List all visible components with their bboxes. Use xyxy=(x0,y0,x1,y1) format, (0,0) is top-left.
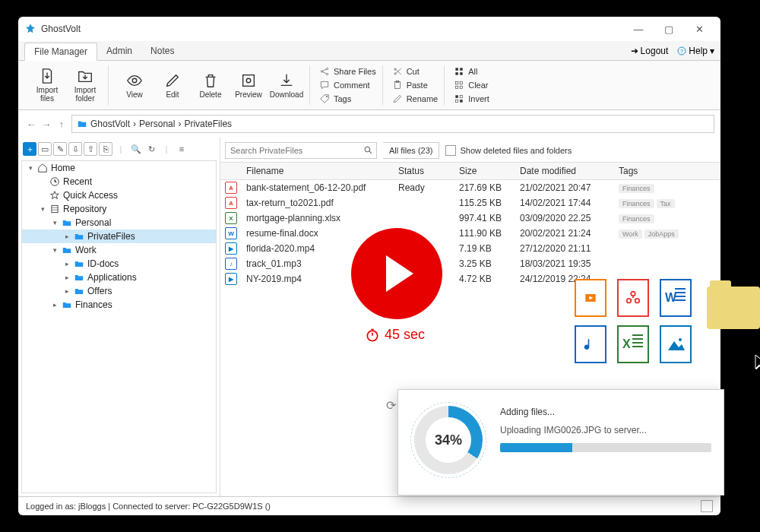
tree-item-id-docs[interactable]: ▸ID-docs xyxy=(22,257,216,271)
app-title: GhostVolt xyxy=(41,24,81,34)
sb-tool-3[interactable]: ✎ xyxy=(53,142,67,156)
filter-dropdown[interactable]: All files (23) xyxy=(383,142,439,159)
svg-rect-17 xyxy=(456,81,459,84)
sb-tool-6[interactable]: ⎘ xyxy=(99,142,112,156)
maximize-button[interactable]: ▢ xyxy=(654,18,684,40)
sidebar: ＋ ▭ ✎ ⇩ ⇧ ⎘ | 🔍 ↻ | ≡ ▾HomeRecentQuick A… xyxy=(18,138,220,496)
view-button[interactable]: View xyxy=(118,65,151,105)
close-button[interactable]: ✕ xyxy=(684,18,714,40)
help-button[interactable]: ? Help ▾ xyxy=(677,46,714,56)
select-all-button[interactable]: All xyxy=(454,65,489,78)
tree-item-work[interactable]: ▾Work xyxy=(22,243,216,257)
import-folder-button[interactable]: Import folder xyxy=(68,65,102,105)
file-row[interactable]: Xmortgage-planning.xlsx997.41 KB03/09/20… xyxy=(220,211,720,226)
svg-point-27 xyxy=(365,147,370,152)
upload-heading: Adding files... xyxy=(500,407,711,417)
breadcrumb[interactable]: GhostVolt › Personal › PrivateFiles xyxy=(71,115,714,133)
svg-rect-16 xyxy=(460,72,463,75)
search-box xyxy=(225,142,377,159)
file-row[interactable]: Atax-return_to2021.pdf115.25 KB14/02/202… xyxy=(220,195,720,211)
svg-text:?: ? xyxy=(680,48,683,53)
sb-tool-2[interactable]: ▭ xyxy=(38,142,52,156)
file-row[interactable]: Wresume-final.docx111.90 KB20/02/2021 21… xyxy=(220,226,720,241)
tree-item-recent[interactable]: Recent xyxy=(22,175,216,188)
sb-menu-button[interactable]: ≡ xyxy=(175,142,188,156)
sb-tool-4[interactable]: ⇩ xyxy=(68,142,82,156)
thumb-audio-icon xyxy=(575,325,606,363)
cut-button[interactable]: Cut xyxy=(392,65,439,78)
edit-button[interactable]: Edit xyxy=(156,65,189,105)
tree-item-quick-access[interactable]: Quick Access xyxy=(22,188,216,202)
thumb-video-icon xyxy=(575,279,606,317)
sb-refresh-button[interactable]: ↻ xyxy=(144,142,158,156)
svg-rect-21 xyxy=(456,95,459,97)
timer-badge: 45 sec xyxy=(365,327,425,343)
file-row[interactable]: Abank-statement_06-12-20.pdfReady217.69 … xyxy=(220,180,720,195)
nav-back-button[interactable]: ← xyxy=(24,117,38,131)
delete-button[interactable]: Delete xyxy=(194,65,227,105)
navbar: ← → ↑ GhostVolt › Personal › PrivateFile… xyxy=(18,110,720,138)
show-deleted-checkbox[interactable]: Show deleted files and folders xyxy=(445,145,572,156)
comment-button[interactable]: Comment xyxy=(319,79,376,91)
svg-rect-18 xyxy=(460,81,463,84)
svg-rect-14 xyxy=(460,68,463,71)
tab-file-manager[interactable]: File Manager xyxy=(24,43,97,61)
col-date[interactable]: Date modified xyxy=(515,163,614,179)
tree-item-finances[interactable]: ▸Finances xyxy=(22,298,216,312)
svg-point-8 xyxy=(326,96,328,97)
download-button[interactable]: Download xyxy=(270,65,303,105)
col-filename[interactable]: Filename xyxy=(242,163,394,179)
search-input[interactable] xyxy=(225,142,377,159)
preview-button[interactable]: Preview xyxy=(232,65,265,105)
nav-up-button[interactable]: ↑ xyxy=(55,117,68,131)
tab-admin[interactable]: Admin xyxy=(97,43,141,59)
select-clear-button[interactable]: Clear xyxy=(454,79,489,91)
svg-rect-24 xyxy=(460,100,463,103)
tags-button[interactable]: Tags xyxy=(319,93,376,105)
svg-rect-15 xyxy=(456,72,459,75)
nav-forward-button[interactable]: → xyxy=(40,117,53,131)
col-tags[interactable]: Tags xyxy=(614,163,720,179)
svg-point-9 xyxy=(394,73,396,74)
upload-status: Uploading IMG0026.JPG to server... xyxy=(500,425,711,435)
import-files-button[interactable]: Import files xyxy=(30,65,64,105)
select-invert-button[interactable]: Invert xyxy=(454,93,489,105)
new-folder-button[interactable]: ＋ xyxy=(23,142,36,156)
tree-item-home[interactable]: ▾Home xyxy=(22,161,216,175)
tree-item-personal[interactable]: ▾Personal xyxy=(22,216,216,230)
tree-item-repository[interactable]: ▾Repository xyxy=(22,202,216,216)
paste-button[interactable]: Paste xyxy=(392,79,439,91)
sb-search-button[interactable]: 🔍 xyxy=(129,142,143,156)
tab-notes[interactable]: Notes xyxy=(141,43,183,59)
file-row[interactable]: ▶florida-2020.mp47.19 KB27/12/2020 21:11 xyxy=(220,241,720,256)
minimize-button[interactable]: — xyxy=(623,18,654,40)
file-row[interactable]: ♪track_01.mp33.25 KB18/03/2021 19:35 xyxy=(220,256,720,271)
cursor-icon xyxy=(752,353,760,375)
svg-point-7 xyxy=(326,73,328,74)
svg-point-10 xyxy=(394,68,396,70)
svg-point-4 xyxy=(246,78,251,83)
rename-button[interactable]: Rename xyxy=(392,93,439,105)
upload-donut: 34% xyxy=(414,406,483,474)
status-icon[interactable] xyxy=(701,500,713,512)
search-icon xyxy=(363,145,373,155)
play-button-overlay[interactable] xyxy=(351,228,442,319)
share-files-button[interactable]: Share Files xyxy=(319,65,376,78)
tree-item-offers[interactable]: ▸Offers xyxy=(22,284,216,298)
svg-rect-23 xyxy=(456,100,459,103)
col-status[interactable]: Status xyxy=(394,163,454,179)
panel-expand-icon[interactable]: ⟳ xyxy=(386,398,396,413)
sb-tool-5[interactable]: ⇧ xyxy=(84,142,97,156)
svg-point-35 xyxy=(679,338,682,341)
status-text: Logged in as: jBloggs | Connected to ser… xyxy=(26,502,271,511)
svg-rect-19 xyxy=(456,86,459,89)
svg-point-2 xyxy=(132,78,137,83)
ribbon-tabs: File Manager Admin Notes ➜ Logout ? Help… xyxy=(18,41,720,61)
svg-point-6 xyxy=(326,68,328,69)
folder-drop-target[interactable] xyxy=(707,279,760,355)
col-size[interactable]: Size xyxy=(454,163,515,179)
logout-button[interactable]: ➜ Logout xyxy=(631,46,669,56)
upload-progress-panel: 34% Adding files... Uploading IMG0026.JP… xyxy=(397,389,724,496)
tree-item-applications[interactable]: ▸Applications xyxy=(22,271,216,284)
tree-item-privatefiles[interactable]: ▸PrivateFiles xyxy=(22,230,216,243)
